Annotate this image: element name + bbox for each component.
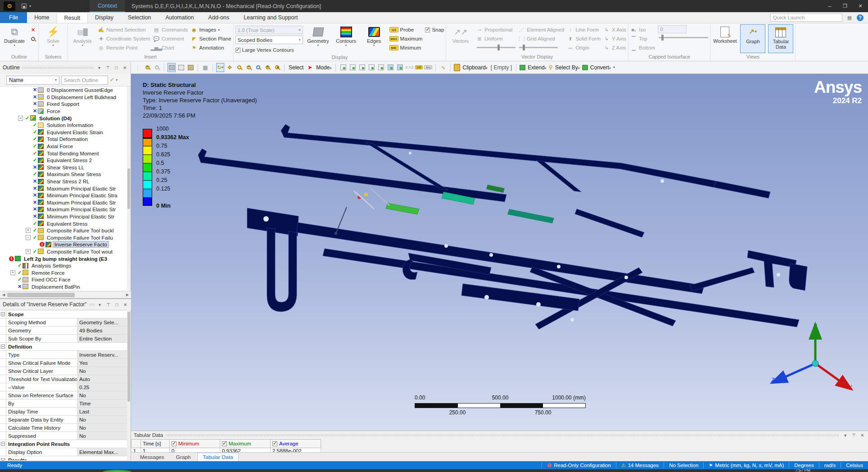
- tab-automation[interactable]: Automation: [158, 12, 201, 23]
- details-property-value[interactable]: 0.25: [77, 383, 127, 391]
- tree-item[interactable]: ✓Analysis Settings: [0, 262, 127, 269]
- proportional-button[interactable]: ⇾Proportional: [476, 25, 515, 34]
- tree-item[interactable]: +✓Remote Force: [0, 269, 127, 276]
- panel-menu-icon[interactable]: ▾: [96, 65, 102, 70]
- vector-length-slider[interactable]: [477, 47, 515, 48]
- chart-button[interactable]: ▂▅▃Chart: [153, 43, 188, 52]
- geometry-button[interactable]: Geometry▾: [306, 24, 331, 53]
- z-axis-button[interactable]: ↳Z Axis: [603, 43, 626, 52]
- tabular-data-button[interactable]: Tabular Data: [768, 24, 793, 53]
- quick-launch-input[interactable]: [770, 14, 842, 22]
- snap-checkbox[interactable]: Snap: [425, 25, 444, 34]
- select-body-filter-icon[interactable]: [367, 63, 375, 72]
- tree-item[interactable]: ✕0 Displacement Left Bulkhead: [0, 94, 127, 101]
- help-icon[interactable]: ?: [857, 14, 863, 21]
- shaded-exterior-icon[interactable]: [167, 63, 176, 72]
- status-item[interactable]: Degrees: [789, 462, 818, 468]
- tree-item[interactable]: ✕Minimum Principal Elastic Stra: [0, 192, 127, 199]
- expand-tree-icon[interactable]: ✓: [110, 77, 114, 83]
- tabular-column-header[interactable]: Minimum: [170, 439, 220, 448]
- tree-item[interactable]: !Inverse Reserve Facto: [0, 241, 127, 248]
- select-edge-filter-icon[interactable]: [348, 63, 357, 72]
- bottom-tab-tabular-data[interactable]: Tabular Data: [197, 453, 239, 461]
- wireframe-icon[interactable]: [177, 63, 185, 72]
- zoom-icon[interactable]: [235, 63, 243, 72]
- panel-pin-icon[interactable]: ⊤: [105, 302, 111, 307]
- extend-dropdown[interactable]: Extend▾: [528, 64, 546, 71]
- section-plane-button[interactable]: ◤Section Plane: [191, 34, 231, 43]
- tree-item[interactable]: ✓Axial Force: [0, 143, 127, 150]
- uniform-button[interactable]: ≣Uniform: [476, 34, 515, 43]
- zoom-in-box-icon[interactable]: +: [143, 63, 151, 72]
- select-by-dropdown[interactable]: Select By▾: [555, 64, 580, 71]
- tree-item[interactable]: ✓Total Deformation: [0, 136, 127, 143]
- panel-maximize-icon[interactable]: □: [113, 65, 119, 70]
- outline-search-input[interactable]: [61, 76, 108, 85]
- probe-tag-icon[interactable]: 100: [415, 63, 423, 72]
- status-item[interactable]: Celsius: [841, 462, 868, 468]
- qat-customize-caret-icon[interactable]: ▾: [29, 4, 31, 8]
- time-column-header[interactable]: Time [s]: [141, 439, 170, 448]
- tree-item[interactable]: ✕Displacement BatPin: [0, 283, 127, 290]
- tree-item[interactable]: ✕Fixed Support: [0, 100, 127, 108]
- toolbar-overflow-caret-icon[interactable]: ▾: [613, 65, 615, 69]
- group-collapse-icon[interactable]: −: [1, 442, 5, 446]
- convert-dropdown[interactable]: Convert▾: [590, 64, 611, 71]
- tab-result[interactable]: Result: [57, 12, 88, 23]
- minimum-button[interactable]: MINMinimum: [389, 43, 423, 52]
- restore-button[interactable]: ❐: [837, 0, 853, 12]
- element-aligned-button[interactable]: ⋰Element Aligned: [518, 25, 564, 34]
- tree-item[interactable]: ✕Maximum Principal Elastic Str: [0, 206, 127, 213]
- tree-item[interactable]: ✕Maximum Principal Elastic Str: [0, 199, 127, 206]
- maximum-button[interactable]: MAXMaximum: [389, 34, 423, 43]
- status-item[interactable]: ⊘Read-Only Configuration: [542, 462, 616, 468]
- outline-name-filter-select[interactable]: Name▾: [6, 76, 59, 85]
- line-form-button[interactable]: ↑Line Form: [567, 25, 601, 34]
- annotation-button[interactable]: ⚑Annotation: [191, 43, 231, 52]
- tabular-column-header[interactable]: Maximum: [220, 439, 271, 448]
- collapse-icon[interactable]: −: [18, 116, 23, 121]
- select-vertex-filter-icon[interactable]: [339, 63, 347, 72]
- status-item[interactable]: rad/s: [819, 462, 841, 468]
- status-item[interactable]: ⚠14 Messages: [616, 462, 664, 468]
- bottom-button[interactable]: ▁Bottom: [630, 43, 655, 52]
- rotate-icon[interactable]: ↻▾: [216, 63, 224, 72]
- tree-item[interactable]: ✕Maximum Principal Elastic Str: [0, 185, 127, 192]
- details-property-value[interactable]: Elemental Max...: [77, 448, 127, 456]
- chart-line-icon[interactable]: ∿: [439, 63, 447, 72]
- coordinates-pick-icon[interactable]: X,Y,Z: [405, 63, 413, 72]
- worksheet-button[interactable]: Worksheet: [712, 24, 737, 53]
- tree-item[interactable]: ✕Minimum Principal Elastic Str: [0, 213, 127, 220]
- select-label[interactable]: Select: [289, 64, 303, 71]
- tree-item[interactable]: ✕Force: [0, 108, 127, 115]
- tree-item[interactable]: ✓Equivalent Elastic Strain: [0, 129, 127, 136]
- bottom-tab-messages[interactable]: Messages: [135, 453, 170, 461]
- tree-item[interactable]: ✕0 Displacement GussetEdge: [0, 86, 127, 94]
- details-property-value[interactable]: Yes: [77, 359, 127, 367]
- status-item[interactable]: ⚑Metric (mm, kg, N, s, mV, mA): [703, 462, 789, 468]
- tree-item[interactable]: +✓Composite Failure Tool wout: [0, 248, 127, 255]
- remote-point-button[interactable]: ◎Remote Point: [98, 43, 150, 52]
- panel-menu-icon[interactable]: ▾: [842, 433, 848, 438]
- scoped-bodies-select[interactable]: Scoped Bodies▾: [235, 36, 303, 44]
- details-property-value[interactable]: No: [77, 424, 127, 431]
- zoom-box-icon[interactable]: +: [244, 63, 253, 72]
- column-checkbox[interactable]: [272, 441, 277, 446]
- tree-item[interactable]: ✕Shear Stress LL: [0, 164, 127, 171]
- outline-horizontal-scrollbar[interactable]: ◀ ▶: [0, 291, 131, 298]
- details-property-value[interactable]: Entire Section: [77, 335, 127, 342]
- details-property-value[interactable]: 49 Bodies: [77, 327, 127, 334]
- zoom-out-box-icon[interactable]: −: [153, 63, 161, 72]
- probe-button[interactable]: 123Probe: [389, 25, 423, 34]
- select-element-filter-icon[interactable]: [396, 63, 404, 72]
- zoom-fit-icon[interactable]: [254, 63, 262, 72]
- panel-menu-icon[interactable]: ▾: [97, 302, 103, 307]
- images-button[interactable]: ◉Images▾: [191, 25, 231, 34]
- zoom-capped-icon[interactable]: ●: [263, 63, 271, 72]
- details-property-value[interactable]: Time: [77, 399, 127, 407]
- tab-home[interactable]: Home: [27, 12, 56, 23]
- panel-close-icon[interactable]: ✕: [859, 433, 865, 438]
- select-node-filter-icon[interactable]: [377, 63, 385, 72]
- tab-selection[interactable]: Selection: [121, 12, 158, 23]
- details-property-value[interactable]: Last: [77, 408, 127, 415]
